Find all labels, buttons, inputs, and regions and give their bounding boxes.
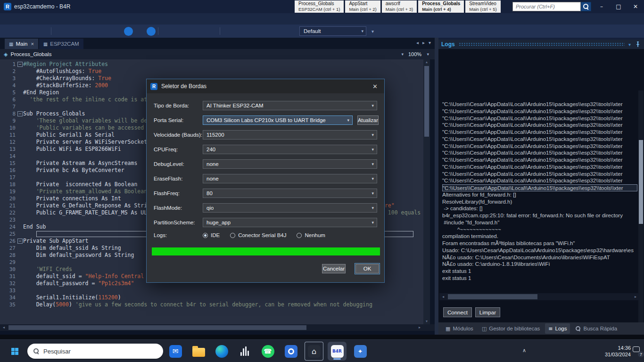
cancel-button[interactable]: Cancelar	[322, 264, 346, 273]
Process_Globals[interactable]: Process_Globals Main (ctrl + 4)	[418, 0, 464, 13]
log-line[interactable]: "C:\\Users\\Cesar\\AppData\\Local\\Ardui…	[442, 108, 637, 115]
undo-icon[interactable]	[90, 27, 99, 36]
compile-icon[interactable]	[236, 27, 245, 36]
atualizar-button[interactable]: Atualizar	[357, 115, 379, 125]
module-caret-icon[interactable]: ▾	[401, 52, 404, 57]
save-icon[interactable]	[28, 27, 37, 36]
toolbar-icon[interactable]	[220, 27, 223, 35]
panel-menu-icon[interactable]: ▾	[628, 42, 631, 47]
logs-scroll-right-icon[interactable]: ▸	[632, 293, 639, 300]
scroll-up-icon[interactable]: ▴	[423, 59, 430, 65]
app-b4r-icon[interactable]: B4R	[328, 342, 347, 361]
log-line[interactable]: NÃ£o usado: C:\Users\Cesar\Documents\Ard…	[442, 254, 637, 261]
app-audio-levels-icon[interactable]	[235, 342, 254, 361]
outdent-icon[interactable]	[186, 27, 195, 36]
save-all-icon[interactable]	[40, 27, 49, 36]
tray-chevron-up-icon[interactable]: ∧	[522, 347, 526, 354]
app-edge-icon[interactable]	[212, 342, 231, 361]
app-obs-icon[interactable]	[281, 342, 300, 361]
log-line[interactable]: ^~~~~~~~~~~~~~	[442, 226, 637, 233]
log-line[interactable]: Foram encontradas mÃºltiplas bibliotecas…	[442, 240, 637, 247]
copy-icon[interactable]	[79, 27, 88, 36]
log-line[interactable]: "C:\\Users\\Cesar\\AppData\\Local\\Ardui…	[442, 164, 637, 171]
profiler-icon[interactable]	[281, 27, 290, 36]
app-misc-icon[interactable]: ✦	[351, 342, 370, 361]
new-file-icon[interactable]	[6, 27, 15, 36]
log-line[interactable]: "C:\\Users\\Cesar\\AppData\\Local\\Ardui…	[442, 156, 637, 164]
editor-tab[interactable]: ▦ Main ×	[5, 39, 38, 49]
redo-icon[interactable]	[101, 27, 110, 36]
field-select[interactable]: 240	[203, 145, 377, 154]
field-select[interactable]: none	[203, 174, 377, 183]
logs-scroll-left-icon[interactable]: ◂	[439, 293, 447, 300]
app-file-explorer-icon[interactable]	[189, 342, 208, 361]
log-line[interactable]: Usado: C:\Users\Cesar\AppData\Local\Ardu…	[442, 247, 637, 254]
wireless-bridge-icon[interactable]	[248, 27, 256, 36]
maximize-button[interactable]: □	[610, 0, 627, 13]
scroll-left-icon[interactable]: ◂	[0, 324, 8, 331]
stop-icon[interactable]	[270, 27, 279, 36]
cut-icon[interactable]	[67, 27, 76, 36]
log-line[interactable]: -> candidates: []	[442, 205, 637, 212]
goto-definition-icon[interactable]	[163, 27, 172, 36]
log-line[interactable]: "C:\\Users\\Cesar\\AppData\\Local\\Ardui…	[442, 115, 637, 122]
log-line[interactable]: Alternatives for fd_forward.h: []	[442, 191, 637, 198]
log-line[interactable]: exit status 1	[442, 275, 637, 282]
log-line[interactable]: "C:\\Users\\Cesar\\AppData\\Local\\Ardui…	[442, 149, 637, 156]
code-line[interactable]: 34 Serial1.Initialize(115200)	[0, 294, 423, 301]
add-module-icon[interactable]	[56, 27, 65, 36]
awscrlf[interactable]: awscrlf Main (ctrl + 3)	[382, 0, 417, 13]
back-history-caret-icon[interactable]	[135, 27, 144, 36]
notification-center-button[interactable]: 7	[633, 346, 643, 356]
search-button[interactable]	[581, 2, 591, 11]
tabs-list-icon[interactable]: ▾	[429, 40, 431, 45]
StreamVideo[interactable]: StreamVideo Main (ctrl + 5)	[465, 0, 500, 13]
bookmark-icon[interactable]	[113, 27, 122, 36]
navigate-forward-icon[interactable]	[147, 27, 156, 36]
search-input[interactable]	[512, 2, 581, 11]
app-mail-icon[interactable]: ✉	[166, 342, 185, 361]
editor-horizontal-scrollbar[interactable]: ◂ ▸	[0, 324, 435, 331]
zoom-select[interactable]: 100% ▾	[406, 50, 431, 58]
indent-icon[interactable]	[174, 27, 183, 36]
toolbar-icon[interactable]	[51, 27, 54, 35]
taskbar-search[interactable]: Pesquisar	[27, 344, 163, 359]
log-line[interactable]: "C:\\Users\\Cesar\\AppData\\Local\\Ardui…	[442, 122, 637, 129]
ok-button[interactable]: OK	[355, 264, 379, 273]
log-line[interactable]: #include "fd_forward.h"	[442, 219, 637, 226]
scroll-down-icon[interactable]: ▾	[423, 319, 430, 324]
uncomment-icon[interactable]	[208, 27, 217, 36]
toolbar-icon[interactable]	[158, 27, 161, 35]
panel-tab-busca-rapida[interactable]: Busca Rápida	[572, 323, 620, 334]
field-select[interactable]: huge_app	[203, 218, 377, 227]
field-select[interactable]: COM3 Silicon Labs CP210x USB to UART Bri…	[203, 115, 353, 125]
log-line[interactable]: "C:\\Users\\Cesar\\AppData\\Local\\Ardui…	[442, 101, 637, 108]
panel-splitter[interactable]	[435, 38, 438, 335]
AppStart[interactable]: AppStart Main (ctrl + 2)	[345, 0, 380, 13]
start-button[interactable]	[7, 344, 23, 359]
logs-vscroll-thumb[interactable]	[639, 140, 643, 224]
comment-icon[interactable]	[197, 27, 206, 36]
logs-horizontal-scrollbar[interactable]: ◂ ▸	[439, 293, 639, 300]
panel-tab-logs[interactable]: ≡ Logs	[545, 323, 570, 334]
log-line[interactable]: ResolveLibrary(fd_forward.h)	[442, 198, 637, 206]
minimize-button[interactable]: –	[593, 0, 610, 13]
connect-button[interactable]: Connect	[443, 307, 472, 317]
app-whatsapp-icon[interactable]: ☎	[258, 342, 277, 361]
fold-collapse-icon[interactable]	[17, 110, 23, 117]
log-line[interactable]: "C:\\Users\\Cesar\\AppData\\Local\\Ardui…	[442, 184, 637, 191]
editor-vscroll-thumb[interactable]	[424, 66, 429, 137]
pin-icon[interactable]	[635, 41, 641, 48]
close-button[interactable]: ✕	[627, 0, 644, 13]
navigate-back-icon[interactable]	[124, 27, 133, 36]
Process_Globals[interactable]: Process_Globals ESP32CAM (ctrl + 1)	[295, 0, 344, 13]
log-line[interactable]: compilation terminated.	[442, 233, 637, 240]
tab-close-icon[interactable]: ×	[31, 41, 33, 47]
log-line[interactable]: NÃ£o usado: C:\arduino-1.8.19\libraries\…	[442, 261, 637, 268]
log-line[interactable]: "C:\\Users\\Cesar\\AppData\\Local\\Ardui…	[442, 136, 637, 143]
limpar-button[interactable]: Limpar	[475, 307, 500, 317]
log-line[interactable]: b4r_esp32cam.cpp:25:10: fatal error: fd_…	[442, 212, 637, 219]
field-select[interactable]: AI Thinker ESP32-CAM	[203, 101, 377, 110]
build-configuration-select[interactable]: Default	[299, 26, 366, 36]
field-select[interactable]: none	[203, 159, 377, 169]
